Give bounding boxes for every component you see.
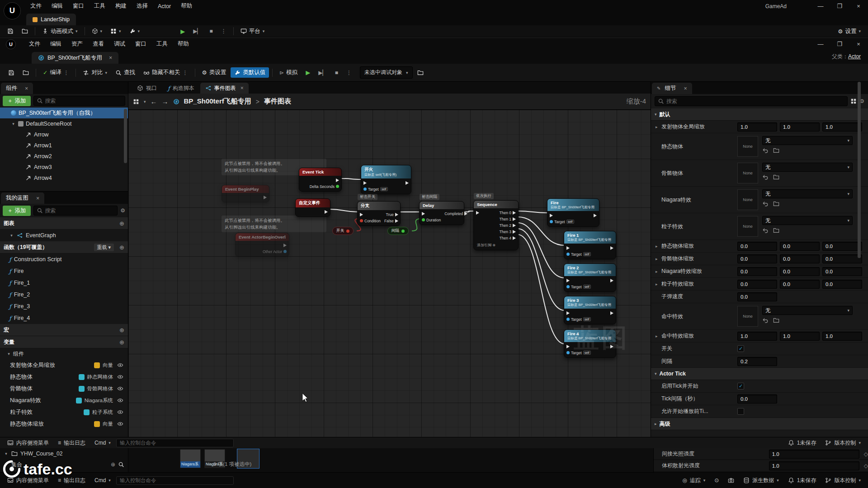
number-field[interactable]: 0.0 <box>780 254 820 263</box>
cmd-dropdown[interactable]: Cmd▾ <box>91 440 114 446</box>
graph-node-fire-2[interactable]: Fire 2目标是 BP_Sh00terf飞船专用Targetself <box>564 263 616 292</box>
node-pin[interactable] <box>592 213 597 217</box>
mbp-item[interactable]: ƒConstruction Script <box>0 253 128 265</box>
number-field[interactable]: 1.0 <box>780 332 820 341</box>
search-icon[interactable] <box>118 461 124 468</box>
class-defaults-button[interactable]: 类默认值 <box>231 67 269 78</box>
components-scrollbar[interactable] <box>124 109 127 163</box>
mbp-section-3[interactable]: 变量⊕ <box>0 336 128 348</box>
component-row-0[interactable]: BP_Sh00terf飞船专用（自我） <box>0 108 128 118</box>
browse-button[interactable] <box>18 27 32 36</box>
node-pin[interactable] <box>335 178 339 182</box>
number-field[interactable]: 1.0 <box>769 450 859 459</box>
hide-unrelated-button[interactable]: 隐藏不相关⋮ <box>140 67 192 78</box>
graph-node-fire-3[interactable]: Fire 3目标是 BP_Sh00terf飞船专用Targetself <box>564 296 616 324</box>
node-pin[interactable] <box>282 243 287 247</box>
number-field[interactable]: 0.2 <box>737 357 777 366</box>
mode-dropdown[interactable]: 动画模式 ▾ <box>38 26 81 37</box>
node-pin[interactable]: Delta Seconds <box>310 184 339 188</box>
number-field[interactable]: 0.0 <box>780 280 820 289</box>
number-field[interactable]: 0.0 <box>822 242 862 251</box>
play-options-kebab[interactable]: ⋮ <box>217 27 230 36</box>
variable-getter[interactable]: 开关 <box>332 227 354 235</box>
graph-node-sequence[interactable]: 依次执行SequenceThen 0Then 1Then 2Then 3Then… <box>473 200 519 250</box>
console-input[interactable] <box>116 476 234 485</box>
my-blueprint-panel-tab[interactable]: 我的蓝图 × <box>1 192 44 204</box>
platform-dropdown[interactable]: 平台 ▾ <box>237 26 269 37</box>
add-icon[interactable]: ⊕ <box>119 339 124 346</box>
close-icon[interactable]: × <box>25 85 28 92</box>
node-pin[interactable] <box>566 278 591 282</box>
graph-node-fire-1[interactable]: Fire 1目标是 BP_Sh00terf飞船专用Targetself <box>564 231 616 259</box>
number-field[interactable]: 1.0 <box>769 461 859 470</box>
node-pin[interactable] <box>262 195 267 199</box>
variable-row[interactable]: 静态物体缩放向量 <box>0 418 128 430</box>
bp-menu-5[interactable]: 窗口 <box>130 38 151 50</box>
console-input-field[interactable] <box>120 478 230 483</box>
gear-icon[interactable]: ⚙ <box>120 207 125 214</box>
graph-node-delay[interactable]: 射击间隔DelayDurationCompleted <box>419 201 464 225</box>
screenshot-button[interactable] <box>724 477 738 483</box>
graph-canvas[interactable]: 此节点被禁用，将不会被调用。从引脚连出引线来构建功能。此节点被禁用，将不会被调用… <box>128 110 651 437</box>
mbp-item[interactable]: ▾EventGraph <box>0 230 128 241</box>
node-pin[interactable]: Other Actor <box>263 249 287 253</box>
variable-row[interactable]: 粒子特效粒子系统 <box>0 406 128 418</box>
node-pin[interactable] <box>476 211 481 215</box>
number-field[interactable]: 0.0 <box>737 394 777 404</box>
main-menu-5[interactable]: 选择 <box>132 0 153 12</box>
unsaved-indicator[interactable]: 1未保存 <box>784 439 820 447</box>
graph-node-event-beginplay[interactable]: Event BeginPlay <box>222 185 269 202</box>
stop-button[interactable]: ■ <box>206 27 217 36</box>
node-pin[interactable]: Then 2 <box>500 223 516 227</box>
components-search[interactable] <box>33 96 126 106</box>
number-field[interactable]: 0.0 <box>737 242 777 251</box>
source-control-button[interactable]: 版本控制▾ <box>821 439 864 447</box>
main-menu-7[interactable]: 帮助 <box>176 0 197 12</box>
variable-row[interactable]: 静态物体静态网格体 <box>0 371 128 383</box>
bp-minimize-button[interactable]: — <box>811 38 830 50</box>
component-row-5[interactable]: Arrow3 <box>0 162 128 173</box>
component-row-4[interactable]: Arrow2 <box>0 151 128 162</box>
component-row-6[interactable]: Arrow4 <box>0 173 128 183</box>
save-button[interactable] <box>4 27 17 36</box>
add-blueprint-item-button[interactable]: ＋添加 <box>3 206 31 216</box>
details-category-0[interactable]: ▾默认 <box>651 108 868 121</box>
cmd-dropdown[interactable]: Cmd▾ <box>91 477 114 483</box>
main-menu-6[interactable]: Actor <box>153 0 176 12</box>
console-input-field[interactable] <box>120 440 230 446</box>
asset-dropdown[interactable]: 无▾ <box>762 189 853 198</box>
asset-thumbnail[interactable]: None <box>737 306 758 327</box>
node-pin[interactable]: Completed <box>444 211 467 216</box>
bp-close-button[interactable]: × <box>849 38 868 50</box>
number-field[interactable]: 0.0 <box>737 292 777 301</box>
graph-tab[interactable]: 事件图表× <box>200 83 249 94</box>
mbp-item[interactable]: ƒFire_4 <box>0 312 128 324</box>
my-blueprint-search[interactable] <box>33 206 118 216</box>
simulate-button[interactable]: ⊳模拟 <box>276 67 301 78</box>
unsaved-indicator[interactable]: 1未保存 <box>784 477 820 484</box>
details-search-input[interactable] <box>666 98 844 104</box>
variable-row[interactable]: Niagara特效Niagara系统 <box>0 394 128 406</box>
node-pin[interactable] <box>323 210 328 214</box>
source-control-button[interactable]: 版本控制▾ <box>821 477 864 484</box>
skip-button[interactable]: ▶▏ <box>189 27 205 36</box>
number-field[interactable]: 0.0 <box>737 280 777 289</box>
paint-dropdown[interactable]: ▾ <box>126 27 144 36</box>
bp-play-kebab[interactable]: ⋮ <box>343 68 355 77</box>
number-field[interactable]: 1.0 <box>737 332 777 341</box>
class-settings-button[interactable]: ⚙ 类设置 <box>198 67 230 78</box>
asset-tile[interactable]: Niagara系 <box>180 449 201 468</box>
main-menu-2[interactable]: 窗口 <box>68 0 89 12</box>
grid-icon[interactable] <box>133 99 139 105</box>
close-icon[interactable]: × <box>109 55 112 61</box>
main-menu-4[interactable]: 构建 <box>110 0 132 12</box>
debug-object-dropdown[interactable]: 未选中调试对象 ▾ <box>360 66 413 79</box>
breadcrumb-item-0[interactable]: BP_Sh00terf飞船专用 <box>184 97 251 106</box>
node-pin[interactable]: Targetself <box>566 252 591 256</box>
console-input[interactable] <box>116 439 234 447</box>
settings-dropdown[interactable]: ⚙ 设置 ▾ <box>834 26 864 37</box>
diamond-icon[interactable]: ◇ <box>864 451 868 457</box>
output-log-button[interactable]: ≡ 输出日志 <box>54 439 89 447</box>
compile-button[interactable]: ✓ 编译 ⋮ <box>39 67 72 78</box>
asset-thumbnail[interactable]: None <box>737 136 758 157</box>
